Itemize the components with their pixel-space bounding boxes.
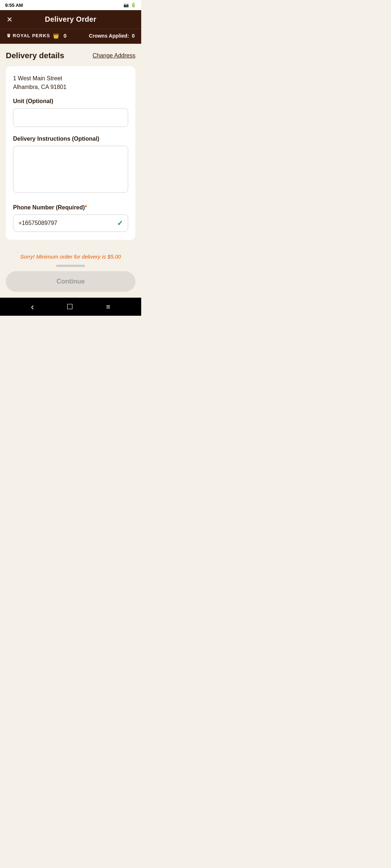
camera-icon: 📷 xyxy=(123,3,129,8)
address-card: 1 West Main Street Alhambra, CA 91801 Un… xyxy=(6,66,135,240)
loyalty-left: ♛ ROYAL PERKS 👑 0 xyxy=(7,33,67,39)
progress-bar xyxy=(56,265,85,267)
phone-label: Phone Number (Required)* xyxy=(13,204,128,211)
status-bar: 9:55 AM 📷 🔋 xyxy=(0,0,141,10)
header-title: Delivery Order xyxy=(45,15,96,24)
main-content: Delivery details Change Address 1 West M… xyxy=(0,44,141,248)
error-message: Sorry! Minimum order for delivery is $5.… xyxy=(0,248,141,265)
crown-small-icon: ♛ xyxy=(7,33,11,38)
checkmark-icon: ✓ xyxy=(117,219,123,227)
wifi-icon: 🔋 xyxy=(131,3,136,8)
address-line1: 1 West Main Street xyxy=(13,75,62,81)
status-icons: 📷 🔋 xyxy=(123,3,136,8)
continue-button-area: Continue xyxy=(0,270,141,298)
instructions-input[interactable] xyxy=(13,146,128,193)
section-header: Delivery details Change Address xyxy=(6,51,135,60)
header: ✕ Delivery Order xyxy=(0,10,141,29)
status-time: 9:55 AM xyxy=(5,3,23,8)
crowns-applied: Crowns Applied: 0 xyxy=(89,33,135,39)
back-button[interactable]: ‹ xyxy=(28,298,37,315)
continue-button[interactable]: Continue xyxy=(6,271,135,292)
change-address-button[interactable]: Change Address xyxy=(93,52,135,59)
menu-button[interactable]: ≡ xyxy=(103,300,113,314)
phone-input[interactable] xyxy=(13,214,128,232)
unit-label: Unit (Optional) xyxy=(13,98,128,105)
instructions-label: Delivery Instructions (Optional) xyxy=(13,136,128,142)
crown-icon: 👑 xyxy=(53,33,59,39)
phone-section: Phone Number (Required)* ✓ xyxy=(13,204,128,232)
loyalty-points: 0 xyxy=(63,33,66,39)
home-button[interactable]: ☐ xyxy=(64,299,76,314)
section-title: Delivery details xyxy=(6,51,64,60)
delivery-address: 1 West Main Street Alhambra, CA 91801 xyxy=(13,74,128,92)
progress-area xyxy=(0,265,141,270)
address-line2: Alhambra, CA 91801 xyxy=(13,84,67,90)
royal-perks-logo: ♛ ROYAL PERKS xyxy=(7,33,50,38)
close-button[interactable]: ✕ xyxy=(7,15,13,24)
loyalty-bar: ♛ ROYAL PERKS 👑 0 Crowns Applied: 0 xyxy=(0,29,141,44)
unit-input[interactable] xyxy=(13,108,128,127)
phone-field-wrapper: ✓ xyxy=(13,214,128,232)
required-asterisk: * xyxy=(85,204,87,210)
bottom-nav: ‹ ☐ ≡ xyxy=(0,298,141,316)
